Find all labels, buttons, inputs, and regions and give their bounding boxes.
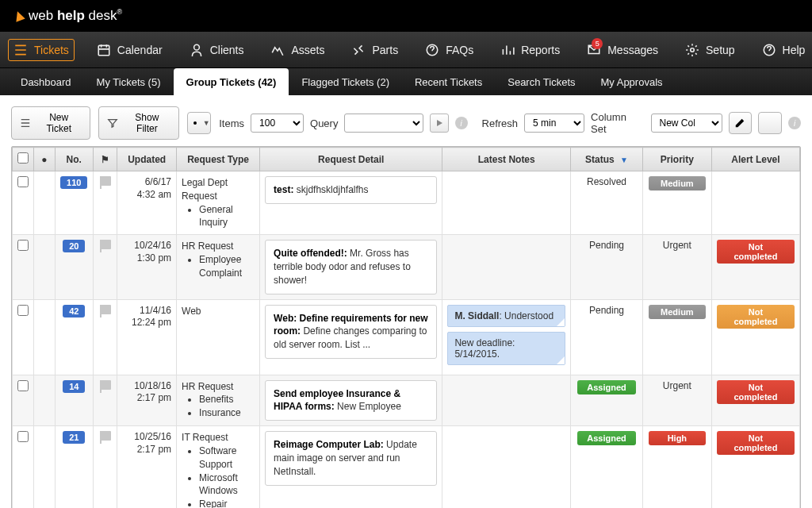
add-colset-button[interactable] — [758, 112, 782, 134]
subtab[interactable]: My Approvals — [588, 68, 676, 95]
query-select[interactable] — [344, 114, 423, 133]
new-ticket-button[interactable]: New Ticket — [11, 106, 90, 140]
updated-time: 12:24 pm — [122, 317, 171, 329]
request-detail[interactable]: Reimage Computer Lab: Update main image … — [265, 431, 437, 485]
request-type: Web — [182, 305, 255, 318]
request-subtype: Employee Complaint — [199, 253, 255, 280]
col-latest-notes[interactable]: Latest Notes — [442, 148, 571, 171]
flag-icon[interactable] — [100, 305, 111, 314]
nav-messages[interactable]: Messages5 — [582, 40, 663, 60]
flag-icon[interactable] — [100, 431, 111, 441]
parts-icon — [351, 43, 366, 57]
table-row[interactable]: 1410/18/162:17 pmHR RequestBenefitsInsur… — [13, 375, 800, 426]
col-updated[interactable]: Updated — [117, 148, 177, 171]
nav-faqs[interactable]: FAQs — [420, 40, 478, 60]
settings-button[interactable]: ▼ — [187, 112, 211, 134]
priority-badge: Medium — [649, 305, 706, 319]
row-checkbox[interactable] — [17, 431, 29, 442]
ticket-number[interactable]: 21 — [63, 431, 85, 444]
sort-indicator-icon: ▼ — [620, 156, 628, 164]
status: Resolved — [587, 176, 626, 187]
nav-parts[interactable]: Parts — [347, 40, 403, 60]
request-type: HR Request — [182, 380, 255, 394]
colset-label: Column Set — [591, 111, 644, 135]
request-subtype: Benefits — [199, 393, 255, 406]
priority-badge: Medium — [649, 176, 706, 190]
nav-help[interactable]: Help — [757, 40, 810, 60]
column-set-select[interactable]: New Colum — [651, 114, 722, 133]
row-checkbox[interactable] — [17, 240, 29, 251]
nav-calendar[interactable]: Calendar — [92, 40, 167, 60]
nav-clients[interactable]: Clients — [185, 40, 249, 60]
show-filter-button[interactable]: Show Filter — [98, 106, 179, 140]
priority: Urgent — [663, 380, 691, 391]
updated-date: 10/18/16 — [122, 380, 171, 393]
ticket-number[interactable]: 14 — [63, 380, 85, 393]
subtab[interactable]: Flagged Tickets (2) — [289, 68, 402, 95]
svg-rect-0 — [98, 45, 109, 55]
sub-nav: DashboardMy Tickets (5)Group Tickets (42… — [0, 68, 812, 95]
ticket-number[interactable]: 110 — [60, 176, 87, 189]
table-row[interactable]: 4211/4/1612:24 pmWebWeb: Define requirem… — [13, 299, 800, 375]
flag-icon[interactable] — [100, 176, 111, 186]
brand-text-mid: help — [53, 8, 88, 23]
flag-icon[interactable] — [100, 240, 111, 249]
row-checkbox[interactable] — [17, 176, 29, 187]
table-row[interactable]: 1106/6/174:32 amLegal Dept RequestGenera… — [13, 171, 800, 235]
row-checkbox[interactable] — [17, 380, 29, 391]
col-priority[interactable]: Priority — [642, 148, 711, 171]
alert-badge: Not completed — [717, 431, 795, 455]
request-detail[interactable]: Web: Define requirements for new room: D… — [265, 305, 437, 359]
nav-label: Assets — [291, 44, 324, 56]
col-alert-level[interactable]: Alert Level — [711, 148, 799, 171]
table-row[interactable]: 2010/24/161:30 pmHR RequestEmployee Comp… — [13, 235, 800, 299]
svg-point-1 — [193, 44, 199, 50]
flag-icon[interactable] — [100, 380, 111, 390]
col-checkbox[interactable] — [13, 148, 34, 171]
col-request-type[interactable]: Request Type — [177, 148, 260, 171]
col-no[interactable]: No. — [55, 148, 93, 171]
priority: Urgent — [663, 240, 691, 251]
alert-badge: Not completed — [717, 305, 795, 329]
subtab[interactable]: Group Tickets (42) — [174, 68, 289, 95]
nav-label: Help — [783, 44, 806, 56]
colset-info-icon[interactable]: i — [788, 117, 801, 129]
nav-setup[interactable]: Setup — [680, 40, 740, 60]
toolbar: New Ticket Show Filter ▼ Items 100 Query… — [11, 106, 801, 140]
nav-tickets[interactable]: Tickets — [8, 39, 75, 61]
subtab[interactable]: Dashboard — [8, 68, 84, 95]
app-logo: web help desk® — [14, 8, 122, 24]
select-all-checkbox[interactable] — [17, 152, 29, 164]
request-detail[interactable]: Send employee Insurance & HIPAA forms: N… — [265, 380, 437, 421]
request-detail[interactable]: Quite offended!: Mr. Gross has terrible … — [265, 240, 437, 294]
subtab[interactable]: Recent Tickets — [402, 68, 495, 95]
col-request-detail[interactable]: Request Detail — [260, 148, 442, 171]
table-row[interactable]: 2110/25/162:17 pmIT RequestSoftware Supp… — [13, 426, 800, 508]
row-checkbox[interactable] — [17, 305, 29, 316]
ticket-number[interactable]: 42 — [63, 305, 85, 318]
items-select[interactable]: 100 — [251, 114, 304, 133]
ticket-number[interactable]: 20 — [63, 240, 85, 252]
status: Pending — [589, 240, 624, 251]
nav-label: Clients — [210, 44, 244, 56]
col-flag[interactable]: ⚑ — [94, 148, 117, 171]
refresh-select[interactable]: 5 min — [524, 114, 584, 133]
nav-assets[interactable]: Assets — [266, 40, 329, 60]
run-query-button[interactable] — [430, 114, 449, 133]
new-ticket-label: New Ticket — [36, 112, 82, 134]
nav-label: Setup — [706, 44, 735, 56]
brand-text-post: desk — [89, 8, 117, 23]
note[interactable]: New deadline: 5/14/2015. — [447, 332, 565, 365]
col-status[interactable]: Status ▼ — [571, 148, 643, 171]
subtab[interactable]: My Tickets (5) — [84, 68, 174, 95]
request-type: HR Request — [182, 240, 255, 253]
refresh-label: Refresh — [482, 117, 519, 129]
nav-reports[interactable]: Reports — [496, 40, 565, 60]
logo-mark-icon — [13, 10, 25, 21]
col-dot[interactable]: ● — [34, 148, 55, 171]
request-detail[interactable]: test: skjdfhskldjhfalfhs — [265, 176, 437, 204]
query-info-icon[interactable]: i — [455, 117, 468, 129]
subtab[interactable]: Search Tickets — [495, 68, 588, 95]
edit-colset-button[interactable] — [729, 112, 753, 134]
note[interactable]: M. Siddall: Understood — [447, 305, 565, 327]
